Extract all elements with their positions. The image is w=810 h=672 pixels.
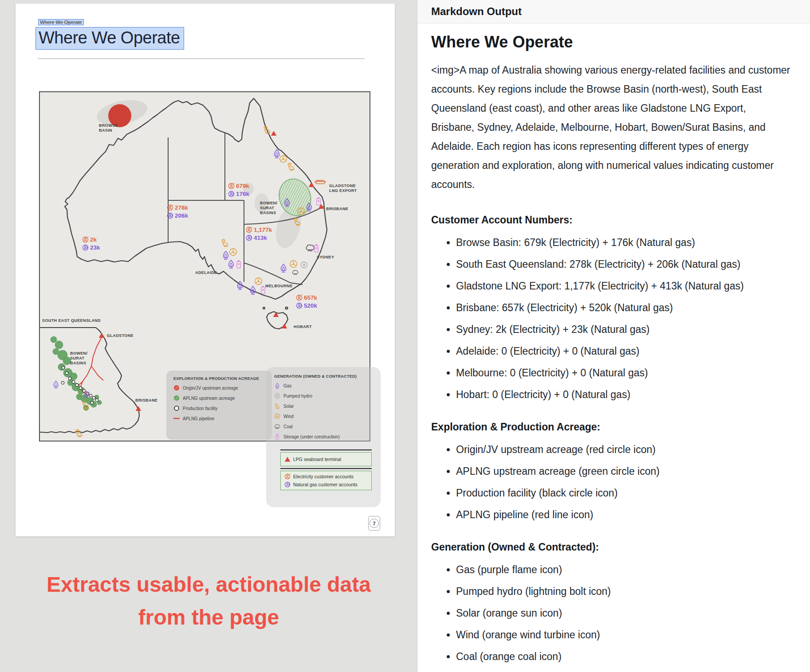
label-south-east-qld: SOUTH EAST QUEENSLAND	[42, 318, 101, 323]
solar-icon	[274, 403, 280, 409]
accounts-value: 657k	[304, 294, 317, 301]
label-sydney: SYDNEY	[317, 255, 334, 260]
coal-icon	[274, 423, 280, 430]
label-gladstone-lng: GLADSTONE LNG EXPORT	[329, 184, 357, 193]
lng-ship-icon	[315, 180, 326, 184]
electricity-accounts-icon	[246, 227, 252, 233]
label-brisbane: BRISBANE	[326, 207, 348, 211]
label-hobart: HOBART	[294, 324, 312, 329]
legend-lpg-terminal-box: LPG seaboard terminal	[280, 452, 372, 466]
legend-accounts-box: Electricity customer accounts Natural ga…	[280, 471, 372, 490]
accounts-browse-electricity: 679k	[228, 182, 249, 189]
accounts-west-gas: 23k	[82, 244, 100, 251]
output-title: Where We Operate	[431, 33, 791, 51]
legend-item-gas-accounts: Natural gas customer accounts	[284, 481, 371, 488]
section-heading-generation: Generation (Owned & Contracted):	[431, 541, 791, 553]
label-gladstone-inset: GLADSTONE	[107, 333, 134, 338]
electricity-accounts-icon	[228, 183, 235, 189]
markdown-output-pane[interactable]: Markdown Output Where We Operate <img>A …	[417, 0, 810, 672]
legend-item-coal: Coal	[274, 423, 377, 430]
accounts-gladstone-electricity: 1,177k	[246, 226, 272, 233]
legend-generation: GENERATION (OWNED & CONTRACTED) Gas Pump…	[274, 374, 377, 444]
generation-list: Gas (purple flame icon) Pumped hydro (li…	[431, 563, 791, 672]
list-item: APLNG pipeline (red line icon)	[456, 508, 791, 521]
legend-item-aplng-acreage: APLNG upstream acreage	[173, 395, 272, 401]
document-viewer-pane: Where We Operate Where We Operate	[0, 0, 417, 672]
page-title: Where We Operate	[36, 27, 184, 49]
accounts-value: 176k	[236, 191, 249, 197]
legend-exploration: EXPLORATION & PRODUCTION ACREAGE Origin/…	[166, 371, 272, 440]
accounts-value: 1,177k	[254, 227, 272, 233]
legend-item-label: Wind	[283, 414, 294, 419]
production-facility-icon	[173, 405, 180, 411]
accounts-value: 679k	[236, 183, 249, 189]
lpg-terminal-icon	[284, 456, 291, 462]
list-item: Adelaide: 0 (Electricity) + 0 (Natural g…	[456, 345, 791, 358]
accounts-west-electricity: 2k	[82, 236, 97, 243]
list-item: Solar (orange sun icon)	[456, 607, 791, 620]
label-browse-basin: BROWSE BASIN	[99, 123, 118, 133]
legend-item-label: Production facility	[183, 406, 217, 411]
legend-divider	[280, 449, 372, 450]
legend-item-aplng-pipeline: APLNG pipeline	[173, 415, 272, 422]
section-heading-customer-accounts: Customer Account Numbers:	[431, 214, 791, 226]
output-image-description: <img>A map of Australia showing various …	[431, 61, 791, 194]
electricity-accounts-icon	[82, 236, 89, 243]
legend-exploration-title: EXPLORATION & PRODUCTION ACREAGE	[173, 376, 272, 381]
pumped-hydro-icon	[301, 262, 307, 268]
legend-item-label: Electricity customer accounts	[293, 474, 354, 479]
markdown-output-content: Where We Operate <img>A map of Australia…	[417, 33, 810, 672]
list-item: Brisbane: 657k (Electricity) + 520k (Nat…	[456, 301, 791, 314]
accounts-victoria-electricity: 657k	[296, 294, 317, 301]
aplng-pipeline-icon	[173, 415, 180, 422]
list-item: APLNG upstream acreage (green circle ico…	[456, 465, 791, 478]
customer-accounts-list: Browse Basin: 679k (Electricity) + 176k …	[431, 236, 791, 401]
gas-accounts-icon	[228, 191, 235, 197]
accounts-value: 23k	[90, 244, 100, 251]
electricity-accounts-icon	[284, 473, 291, 480]
markdown-output-header: Markdown Output	[417, 0, 810, 23]
list-item: Hobart: 0 (Electricity) + 0 (Natural gas…	[456, 388, 791, 401]
gas-accounts-icon	[167, 212, 173, 219]
gas-accounts-icon	[284, 481, 291, 488]
page-number: 7	[370, 519, 379, 528]
label-melbourne: MELBOURNE	[265, 284, 293, 289]
page-number-badge: 7	[368, 516, 380, 531]
list-item: Origin/JV upstream acreage (red circle i…	[456, 443, 791, 456]
label-adelaide: ADELAIDE	[195, 270, 217, 275]
list-item: Gladstone LNG Export: 1,177k (Electricit…	[456, 280, 791, 293]
legend-item-label: Natural gas customer accounts	[293, 482, 358, 487]
electricity-accounts-icon	[296, 294, 303, 301]
list-item: Sydney: 2k (Electricity) + 23k (Natural …	[456, 323, 791, 336]
wind-turbine-icon	[274, 413, 280, 419]
legend-item-production-facility: Production facility	[173, 405, 272, 411]
legend-item-solar: Solar	[274, 403, 377, 409]
gas-accounts-icon	[82, 244, 89, 251]
accounts-value: 206k	[175, 212, 188, 219]
accounts-value: 413k	[254, 234, 267, 241]
legend-item-origin-acreage: Origin/JV upstream acreage	[173, 385, 272, 391]
origin-acreage-icon	[173, 385, 180, 391]
list-item: Browse Basin: 679k (Electricity) + 176k …	[456, 236, 791, 249]
legend-item-label: APLNG pipeline	[183, 416, 214, 421]
label-bowen-surat-inset: BOWEN/ SURAT BASINS	[70, 351, 87, 366]
accounts-value: 278k	[175, 204, 188, 211]
label-bowen-surat: BOWEN/ SURAT BASINS	[260, 201, 277, 215]
list-item: Production facility (black circle icon)	[456, 487, 791, 500]
legend-item-electricity-accounts: Electricity customer accounts	[284, 473, 371, 480]
legend-item-label: APLNG upstream acreage	[183, 396, 235, 401]
list-item: Melbourne: 0 (Electricity) + 0 (Natural …	[456, 367, 791, 379]
legend-generation-title: GENERATION (OWNED & CONTRACTED)	[274, 374, 377, 379]
accounts-browse-gas: 176k	[228, 190, 249, 197]
battery-icon	[274, 434, 280, 440]
title-divider	[38, 59, 365, 59]
legend-divider	[280, 468, 372, 469]
list-item: Gas (purple flame icon)	[456, 563, 791, 576]
aplng-acreage-icon	[173, 395, 180, 401]
legend-item-label: Storage (under construction)	[283, 434, 340, 439]
gas-accounts-icon	[296, 302, 303, 309]
pumped-hydro-icon	[274, 393, 280, 399]
accounts-victoria-gas: 520k	[296, 302, 317, 309]
list-item: Pumped hydro (lightning bolt icon)	[456, 585, 791, 598]
marketing-caption: Extracts usable, actionable data from th…	[0, 568, 417, 634]
